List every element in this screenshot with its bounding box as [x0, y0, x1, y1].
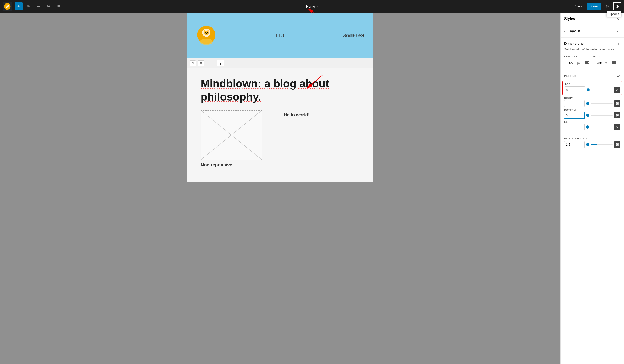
panel-nav: ‹ Layout ⋮ [561, 25, 624, 38]
block-spacing-slider-line[interactable] [591, 144, 613, 145]
bottom-padding-adjust-button[interactable] [614, 112, 620, 118]
right-padding-label: RIGHT [564, 97, 620, 100]
chevron-icon: ∨ [316, 5, 318, 8]
list-view-button[interactable]: ≡ [54, 2, 63, 10]
padding-sync-button[interactable] [616, 73, 620, 79]
align-wide-icon [612, 60, 616, 65]
svg-point-36 [617, 127, 618, 128]
page-canvas: 🐱 TT3 Sample Page ⧉ ⊞ ↑ ↓ ⋮ Min [187, 13, 373, 182]
svg-rect-11 [612, 62, 616, 62]
dimensions-desc: Set the width of the main content area. [561, 47, 624, 54]
svg-point-37 [616, 128, 617, 128]
block-spacing-input-group: rem [564, 141, 585, 148]
sync-icon [616, 73, 620, 78]
svg-point-30 [617, 115, 618, 116]
bottom-padding-input[interactable] [565, 112, 585, 118]
svg-rect-12 [612, 62, 616, 63]
post-image-placeholder-1 [201, 110, 262, 160]
svg-point-42 [617, 144, 618, 145]
move-down-button[interactable]: ↓ [211, 61, 215, 66]
page-title-label: Home [306, 4, 315, 8]
site-title: TT3 [275, 32, 284, 38]
wide-input-group: px [592, 60, 609, 67]
wordpress-icon: W [4, 3, 11, 10]
right-padding-input-group: px [564, 100, 585, 107]
site-logo-svg: 🐱 [196, 25, 217, 45]
block-transform-button[interactable]: ⧉ [190, 60, 196, 66]
site-logo: 🐱 [196, 25, 217, 46]
edit-icon-button[interactable]: ✏ [25, 2, 33, 10]
top-padding-input[interactable] [565, 87, 585, 93]
wide-align-icon[interactable] [611, 60, 617, 66]
svg-rect-9 [585, 62, 588, 63]
content-align-icon[interactable] [584, 60, 590, 66]
panel-more-button[interactable]: ⋮ [614, 28, 620, 35]
right-padding-row: RIGHT px [561, 96, 624, 108]
save-button[interactable]: Save [587, 3, 601, 10]
site-header: 🐱 TT3 Sample Page [187, 13, 373, 58]
adjust-icon-right [615, 102, 619, 105]
left-padding-input-row: px [564, 124, 620, 131]
settings-icon-button[interactable]: ⚙ [603, 2, 611, 10]
panel-title: Layout [567, 29, 580, 34]
left-padding-input-group: px [564, 124, 585, 131]
svg-point-43 [616, 145, 617, 146]
right-padding-input[interactable] [565, 100, 585, 107]
bottom-padding-label: BOTTOM [564, 109, 620, 112]
add-button[interactable]: + [15, 2, 23, 10]
page-title-center: Home ∨ [306, 4, 318, 8]
dimensions-more-button[interactable]: ⋮ [617, 41, 620, 46]
block-spacing-label: BLOCK SPACING [564, 137, 620, 140]
svg-point-35 [616, 126, 617, 127]
block-more-button[interactable]: ⋮ [217, 60, 224, 67]
placeholder-image-svg [201, 111, 261, 159]
bottom-padding-input-group: px [564, 112, 585, 119]
top-padding-adjust-button[interactable] [614, 87, 620, 93]
left-padding-row: LEFT px [561, 120, 624, 131]
toolbar: W + ✏ ↩ ↪ ≡ Home ∨ View Save ⚙ ◑ Options [0, 0, 624, 13]
wide-unit: px [603, 60, 609, 66]
svg-text:🐱: 🐱 [203, 29, 210, 36]
content-unit: px [576, 60, 581, 66]
top-slider-line[interactable] [591, 90, 612, 90]
content-input-group: px [564, 60, 582, 67]
top-slider-dot [587, 88, 590, 91]
svg-point-19 [616, 90, 617, 91]
options-tooltip: Options [606, 11, 621, 17]
canvas-area: 🐱 TT3 Sample Page ⧉ ⊞ ↑ ↓ ⋮ Min [0, 13, 560, 364]
block-spacing-row: BLOCK SPACING rem [561, 135, 624, 150]
svg-point-24 [617, 103, 618, 104]
content-width-input[interactable] [565, 60, 576, 66]
post-title-2: Hello world! [284, 112, 360, 117]
left-slider-line[interactable] [591, 127, 613, 127]
left-padding-input[interactable] [565, 124, 585, 130]
grid-icon: ⊞ [200, 62, 202, 65]
left-padding-label: LEFT [564, 120, 620, 123]
theme-toggle-button[interactable]: ◑ [613, 2, 621, 10]
post-item-2: Hello world! [284, 110, 360, 167]
right-slider-line[interactable] [591, 103, 613, 104]
block-spacing-adjust-button[interactable] [614, 141, 620, 148]
redo-button[interactable]: ↪ [45, 2, 53, 10]
svg-text:W: W [6, 5, 9, 8]
block-grid-button[interactable]: ⊞ [198, 60, 204, 66]
right-padding-adjust-button[interactable] [614, 100, 620, 107]
wide-width-input[interactable] [592, 60, 603, 66]
wp-logo[interactable]: W [3, 2, 12, 11]
back-button[interactable]: ‹ [564, 29, 566, 34]
top-padding-highlighted-box: TOP px [562, 81, 622, 95]
adjust-icon [615, 88, 619, 92]
adjust-icon-bottom [615, 114, 619, 117]
dimensions-title: Dimensions [564, 42, 584, 46]
move-up-button[interactable]: ↑ [206, 61, 209, 66]
svg-point-23 [616, 102, 617, 103]
wide-label: WIDE [593, 55, 612, 58]
left-padding-adjust-button[interactable] [614, 124, 620, 130]
undo-button[interactable]: ↩ [34, 2, 43, 10]
block-spacing-slider-dot [586, 143, 589, 146]
divider-2 [561, 133, 624, 134]
svg-point-17 [616, 89, 617, 90]
bottom-slider-line[interactable] [591, 115, 613, 115]
view-button[interactable]: View [573, 3, 585, 10]
block-spacing-input[interactable] [565, 141, 585, 148]
